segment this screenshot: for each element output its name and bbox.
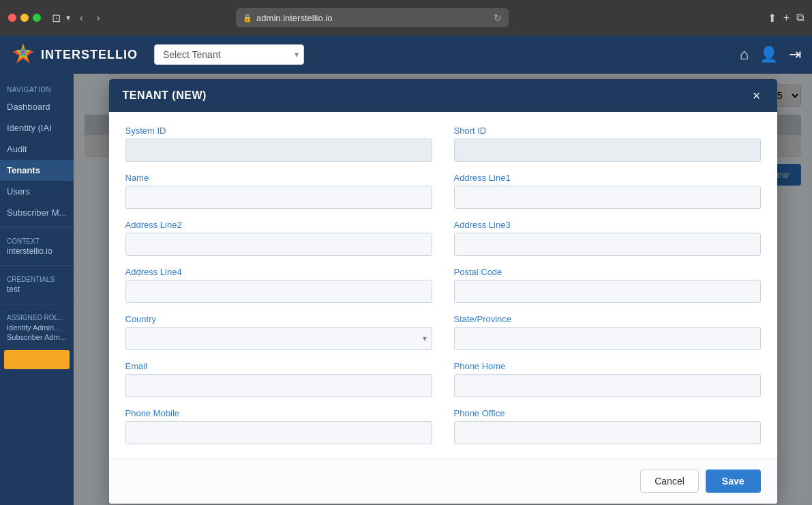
- logo-icon: [11, 42, 35, 67]
- country-label: Country: [125, 314, 432, 324]
- email-field: Email: [125, 361, 432, 397]
- sidebar-item-dashboard[interactable]: Dashboard: [0, 96, 74, 117]
- sidebar-divider-2: [0, 265, 74, 266]
- address-line2-input[interactable]: [125, 233, 432, 256]
- forward-button[interactable]: ›: [93, 10, 104, 26]
- logo-area: INTERSTELLIO: [11, 42, 138, 67]
- logo-text: INTERSTELLIO: [41, 48, 138, 62]
- close-traffic-light[interactable]: [8, 14, 16, 22]
- phone-mobile-field: Phone Mobile: [125, 408, 432, 444]
- sidebar-item-identity[interactable]: Identity (IAI: [0, 117, 74, 139]
- postal-code-label: Postal Code: [454, 267, 761, 277]
- system-id-field: System ID: [125, 126, 432, 162]
- logout-icon[interactable]: ⇥: [789, 46, 801, 63]
- phone-mobile-label: Phone Mobile: [125, 408, 432, 418]
- context-label: CONTEXT: [7, 237, 67, 245]
- nav-right: ⌂ 👤 ⇥: [740, 46, 801, 63]
- postal-code-field: Postal Code: [454, 267, 761, 303]
- top-nav: INTERSTELLIO Select Tenant ▾ ⌂ 👤 ⇥: [0, 35, 812, 74]
- browser-actions: ⬆ + ⧉: [768, 12, 804, 25]
- app-container: INTERSTELLIO Select Tenant ▾ ⌂ 👤 ⇥ NAVIG…: [0, 35, 812, 505]
- country-select[interactable]: [125, 327, 432, 350]
- modal-header: TENANT (NEW) ×: [109, 79, 777, 112]
- role-identity-admin: Identity Admin...: [7, 323, 67, 332]
- share-icon[interactable]: ⬆: [768, 12, 777, 25]
- modal-footer: Cancel Save: [109, 458, 777, 504]
- lock-icon: 🔒: [243, 14, 252, 23]
- state-province-input[interactable]: [454, 327, 761, 350]
- address-bar[interactable]: 🔒 admin.interstellio.io ↻: [236, 8, 509, 27]
- address-line2-field: Address Line2: [125, 220, 432, 256]
- main-area: NAVIGATION Dashboard Identity (IAI Audit…: [0, 74, 812, 505]
- phone-home-input[interactable]: [454, 374, 761, 397]
- name-field: Name: [125, 173, 432, 209]
- tenant-select[interactable]: Select Tenant: [154, 44, 304, 65]
- address-line4-field: Address Line4: [125, 267, 432, 303]
- tenant-select-wrapper: Select Tenant ▾: [146, 44, 304, 65]
- system-id-input[interactable]: [125, 139, 432, 162]
- fullscreen-traffic-light[interactable]: [33, 14, 41, 22]
- sidebar-item-subscriber[interactable]: Subscriber M...: [0, 202, 74, 223]
- email-label: Email: [125, 361, 432, 371]
- postal-code-input[interactable]: [454, 280, 761, 303]
- modal-title: TENANT (NEW): [123, 89, 207, 102]
- address-line1-input[interactable]: [454, 186, 761, 209]
- duplicate-tab-icon[interactable]: ⧉: [796, 12, 804, 25]
- address-line3-input[interactable]: [454, 233, 761, 256]
- home-icon[interactable]: ⌂: [740, 46, 749, 63]
- modal-close-button[interactable]: ×: [750, 89, 764, 102]
- assigned-roles-label: ASSIGNED ROL...: [7, 314, 67, 321]
- country-select-wrapper: ▾: [125, 327, 432, 350]
- sidebar-item-tenants[interactable]: Tenants: [0, 160, 74, 181]
- country-field: Country ▾: [125, 314, 432, 350]
- context-value: interstellio.io: [7, 246, 67, 256]
- save-button[interactable]: Save: [706, 470, 761, 493]
- phone-office-input[interactable]: [454, 421, 761, 444]
- modal-body: System ID Short ID Name: [109, 112, 777, 458]
- browser-chrome: ⊡ ▾ ‹ › 🔒 admin.interstellio.io ↻ ⬆ + ⧉: [0, 0, 812, 35]
- sidebar-item-audit[interactable]: Audit: [0, 139, 74, 160]
- short-id-input[interactable]: [454, 139, 761, 162]
- modal-overlay: TENANT (NEW) × System ID: [74, 74, 812, 505]
- sidebar-item-users[interactable]: Users: [0, 181, 74, 202]
- address-line4-input[interactable]: [125, 280, 432, 303]
- address-line2-label: Address Line2: [125, 220, 432, 230]
- url-text: admin.interstellio.io: [256, 13, 332, 23]
- cancel-button[interactable]: Cancel: [640, 470, 699, 493]
- credentials-value: test: [7, 285, 67, 294]
- state-province-field: State/Province: [454, 314, 761, 350]
- user-profile-icon[interactable]: 👤: [760, 46, 778, 63]
- short-id-label: Short ID: [454, 126, 761, 136]
- sidebar-divider-1: [0, 227, 74, 228]
- minimize-traffic-light[interactable]: [20, 14, 29, 22]
- back-button[interactable]: ‹: [76, 10, 87, 26]
- phone-home-field: Phone Home: [454, 361, 761, 397]
- roles-section: ASSIGNED ROL... Identity Admin... Subscr…: [0, 308, 74, 347]
- tenant-modal: TENANT (NEW) × System ID: [109, 79, 777, 504]
- chevron-down-icon[interactable]: ▾: [66, 13, 70, 23]
- address-line1-label: Address Line1: [454, 173, 761, 183]
- form-grid: System ID Short ID Name: [125, 126, 761, 444]
- sidebar-divider-3: [0, 304, 74, 304]
- email-input[interactable]: [125, 374, 432, 397]
- phone-office-label: Phone Office: [454, 408, 761, 418]
- short-id-field: Short ID: [454, 126, 761, 162]
- state-province-label: State/Province: [454, 314, 761, 324]
- phone-mobile-input[interactable]: [125, 421, 432, 444]
- refresh-icon[interactable]: ↻: [494, 12, 502, 23]
- role-subscriber-admin: Subscriber Adm...: [7, 332, 67, 342]
- traffic-lights: [8, 14, 41, 22]
- yellow-bar: [4, 350, 70, 369]
- system-id-label: System ID: [125, 126, 432, 136]
- name-input[interactable]: [125, 186, 432, 209]
- address-line4-label: Address Line4: [125, 267, 432, 277]
- content-area: Search 25 Address Line 2: [74, 74, 812, 505]
- phone-home-label: Phone Home: [454, 361, 761, 371]
- credentials-label: CREDENTIALS: [7, 276, 67, 283]
- new-tab-icon[interactable]: +: [783, 12, 790, 25]
- address-line3-label: Address Line3: [454, 220, 761, 230]
- sidebar-toggle-icon[interactable]: ⊡: [52, 12, 61, 25]
- sidebar: NAVIGATION Dashboard Identity (IAI Audit…: [0, 74, 74, 505]
- name-label: Name: [125, 173, 432, 183]
- credentials-section: CREDENTIALS test: [0, 270, 74, 300]
